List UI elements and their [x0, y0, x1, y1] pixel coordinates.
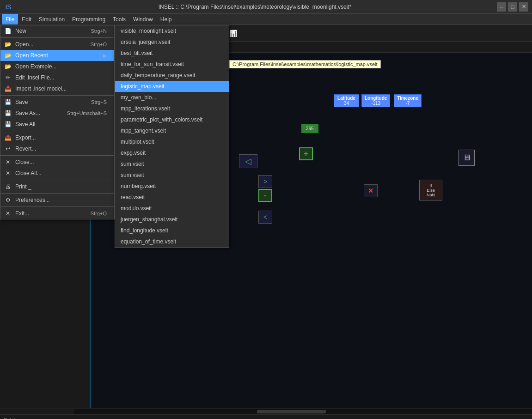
sep1 — [0, 37, 114, 38]
statusbar: Palette — [0, 414, 532, 419]
latitude-label: Latitude — [337, 96, 356, 101]
file-menu-save-label: Save — [15, 99, 28, 105]
recent-logistic-map[interactable]: logistic_map.vseit — [115, 81, 229, 92]
status-text: Palette — [4, 417, 19, 419]
menu-edit[interactable]: Edit — [18, 14, 35, 24]
file-menu-print[interactable]: 🖨 Print _ — [0, 181, 114, 192]
menu-window[interactable]: Window — [129, 14, 157, 24]
longitude-box: Longitude -113 — [361, 94, 390, 107]
sep4 — [0, 155, 114, 156]
recent-parametric-plot[interactable]: parametric_plot_with_colors.vseit — [115, 114, 229, 125]
horizontal-scrollbar[interactable] — [257, 410, 326, 413]
import-icon: 📥 — [4, 85, 12, 92]
menu-file[interactable]: File — [2, 14, 18, 24]
recent-mpp-tangent[interactable]: mpp_tangent.vseit — [115, 125, 229, 136]
file-menu-save-as[interactable]: 💾 Save As... Strg+Umschalt+S — [0, 108, 114, 119]
node-ifelse: If Else NaN — [419, 180, 442, 200]
recent-sum1[interactable]: sum.vseit — [115, 158, 229, 170]
file-menu-open-label: Open... — [15, 41, 33, 48]
file-menu-import[interactable]: 📥 Import .insel model... — [0, 83, 114, 94]
recent-read[interactable]: read.vseit — [115, 192, 229, 203]
menubar: File Edit Simulation Programming Tools W… — [0, 14, 532, 25]
node-plus: + — [299, 147, 313, 160]
recent-my-own-blo[interactable]: my_own_blo... — [115, 92, 229, 103]
recent-daily-temp-range[interactable]: daily_temperature_range.vseit — [115, 70, 229, 81]
file-menu-export-label: Export... — [15, 134, 36, 141]
file-menu-open-recent-label: Open Recent — [15, 52, 48, 59]
maximize-button[interactable]: □ — [508, 2, 517, 12]
titlebar-title: INSEL :: C:\Program Files\insel\examples… — [13, 4, 497, 10]
recent-time-sun-transit[interactable]: time_for_sun_transit.vseit — [115, 59, 229, 70]
file-menu-open[interactable]: 📂 Open... Strg+O — [0, 39, 114, 50]
recent-ursula-juergen[interactable]: ursula_juergen.vseit — [115, 36, 229, 48]
file-menu-preferences[interactable]: ⚙ Preferences... — [0, 194, 114, 206]
new-icon: 📄 — [4, 28, 12, 34]
bottom-scroll[interactable] — [0, 408, 532, 414]
recent-expg[interactable]: expg.vseit — [115, 147, 229, 158]
file-menu-export[interactable]: 📤 Export... — [0, 132, 114, 143]
file-menu-open-shortcut: Strg+O — [91, 42, 107, 47]
longitude-value: -113 — [365, 101, 387, 106]
file-menu-revert-label: Revert... — [15, 146, 36, 152]
file-menu-revert[interactable]: ↩ Revert... — [0, 143, 114, 154]
close-button[interactable]: ✕ — [519, 2, 528, 12]
menu-programming[interactable]: Programming — [68, 14, 109, 24]
app-icon: IS — [4, 2, 13, 12]
file-menu-preferences-label: Preferences... — [15, 197, 50, 203]
file-menu-save-as-label: Save As... — [15, 110, 40, 116]
file-menu-save-shortcut: Strg+S — [91, 99, 107, 105]
menu-help[interactable]: Help — [157, 14, 176, 24]
file-menu-close-all[interactable]: ✕ Close All... — [0, 168, 114, 179]
open-example-icon: 📂 — [4, 63, 12, 70]
node-triangle: ◁ — [239, 154, 257, 168]
revert-icon: ↩ — [4, 146, 12, 152]
file-menu-save-all[interactable]: 💾 Save All — [0, 119, 114, 130]
file-menu-save[interactable]: 💾 Save Strg+S — [0, 97, 114, 108]
timezone-label: Timezone — [397, 96, 418, 101]
node-x: ✕ — [364, 184, 378, 197]
timezone-value: -7 — [397, 101, 418, 106]
file-menu-new-label: New — [15, 28, 26, 34]
node-365: 365 — [301, 124, 318, 133]
file-menu-open-recent[interactable]: 📂 Open Recent ▶ — [0, 50, 114, 61]
longitude-label: Longitude — [365, 96, 387, 101]
sep3 — [0, 131, 114, 131]
node-lt: < — [258, 211, 272, 224]
file-menu-save-as-shortcut: Strg+Umschalt+S — [67, 110, 107, 116]
latitude-box: Latitude 34 — [334, 94, 359, 107]
sep5 — [0, 180, 114, 180]
timezone-box: Timezone -7 — [394, 94, 422, 107]
menu-tools[interactable]: Tools — [109, 14, 129, 24]
file-menu-exit[interactable]: ✕ Exit... Strg+Q — [0, 208, 114, 219]
file-menu-open-example[interactable]: 📂 Open Example... — [0, 61, 114, 72]
file-menu-close-all-label: Close All... — [15, 170, 42, 176]
file-menu-open-example-label: Open Example... — [15, 63, 56, 70]
file-menu-print-label: Print _ — [15, 183, 31, 190]
edit-insel-icon: ✏ — [4, 74, 12, 81]
file-menu-edit-insel[interactable]: ✏ Edit .insel File... — [0, 72, 114, 83]
recent-modulo[interactable]: modulo.vseit — [115, 203, 229, 214]
minimize-button[interactable]: ─ — [497, 2, 506, 12]
recent-best-tilt[interactable]: best_tilt.vseit — [115, 48, 229, 59]
open-recent-arrow: ▶ — [103, 53, 107, 58]
recent-find-longitude[interactable]: find_longitude.vseit — [115, 225, 229, 236]
file-menu-save-all-label: Save All — [15, 121, 35, 128]
menu-simulation[interactable]: Simulation — [35, 14, 68, 24]
save-icon: 💾 — [4, 99, 12, 105]
recent-sum2[interactable]: sum.vseit — [115, 170, 229, 181]
file-menu-dropdown: 📄 New Strg+N 📂 Open... Strg+O 📂 Open Rec… — [0, 25, 115, 219]
open-icon: 📂 — [4, 41, 12, 48]
sep7 — [0, 206, 114, 207]
file-menu-edit-insel-label: Edit .insel File... — [15, 74, 55, 81]
recent-visible-moonlight[interactable]: visible_moonlight.vseit — [115, 25, 229, 36]
save-as-icon: 💾 — [4, 110, 12, 116]
recent-nurnberg[interactable]: nurnberg.vseit — [115, 181, 229, 192]
recent-juergen-shanghai[interactable]: juergen_shanghai.vseit — [115, 214, 229, 225]
recent-multiplot[interactable]: multiplot.vseit — [115, 136, 229, 147]
file-menu-exit-shortcut: Strg+Q — [91, 211, 107, 216]
file-menu-new[interactable]: 📄 New Strg+N — [0, 25, 114, 36]
recent-equation-of-time[interactable]: equation_of_time.vseit — [115, 236, 229, 247]
recent-mpp-iterations[interactable]: mpp_iterations.vseit — [115, 103, 229, 114]
file-menu-close[interactable]: ✕ Close... — [0, 157, 114, 168]
exit-icon: ✕ — [4, 210, 12, 217]
